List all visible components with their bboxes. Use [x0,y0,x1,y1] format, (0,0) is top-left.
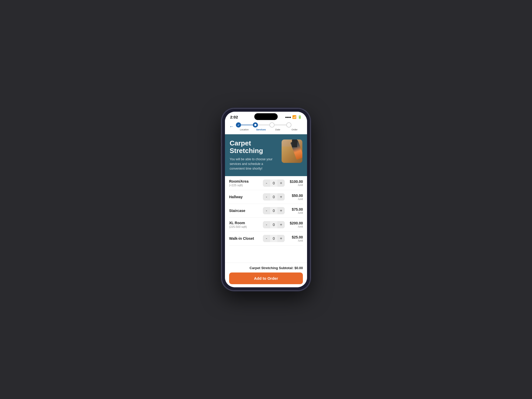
step-line-2 [258,125,270,125]
footer: Carpet Stretching Subtotal: $0.00 Add to… [225,263,307,287]
step-line-3 [275,125,286,125]
active-dot [254,124,256,126]
service-price-0: $100.00 /unit [287,179,303,187]
service-sub-3: (225-500 sqft) [229,225,260,228]
service-row: Hallway - 0 + $50.00 /unit [229,190,303,204]
add-to-order-button[interactable]: Add to Order [229,272,303,284]
qty-value-2: 0 [270,209,277,213]
service-row: Walk-in Closet - 0 + $25.00 /unit [229,232,303,245]
price-unit-4: /unit [287,239,303,242]
quantity-control-4: - 0 + [263,235,285,242]
service-price-2: $75.00 /unit [287,207,303,214]
qty-minus-2[interactable]: - [263,207,270,214]
service-row: XL Room (225-500 sqft) - 0 + $200.00 /un… [229,218,303,232]
dynamic-island [254,113,278,120]
service-name-1: Hallway [229,195,260,199]
services-list: Room/Area (<225 sqft) - 0 + $100.00 /uni… [225,176,307,263]
qty-minus-4[interactable]: - [263,235,270,242]
step-line-1 [241,125,253,125]
price-amount-2: $75.00 [287,207,303,211]
service-name-3: XL Room [229,221,260,225]
service-info-3: XL Room (225-500 sqft) [229,221,260,228]
service-name-4: Walk-in Closet [229,236,260,241]
subtotal-row: Carpet Stretching Subtotal: $0.00 [229,266,303,270]
quantity-control-1: - 0 + [263,193,285,201]
qty-plus-3[interactable]: + [277,221,285,228]
stepper-bar: ← ✓ Location [225,120,307,134]
hero-title: Carpet Stretching [230,139,279,154]
qty-plus-4[interactable]: + [277,235,285,242]
quantity-control-3: - 0 + [263,221,285,228]
price-amount-3: $200.00 [287,221,303,225]
service-info-0: Room/Area (<225 sqft) [229,179,260,187]
hero-image-inner [282,139,302,163]
service-price-3: $200.00 /unit [287,221,303,228]
battery-icon: 🔋 [298,115,302,119]
service-info-1: Hallway [229,195,260,199]
qty-value-4: 0 [270,236,277,241]
step-date: Date [269,122,286,131]
service-price-1: $50.00 /unit [287,194,303,201]
price-unit-1: /unit [287,198,303,201]
qty-minus-1[interactable]: - [263,193,270,201]
subtotal-text: Carpet Stretching Subtotal: $0.00 [250,266,303,270]
price-amount-0: $100.00 [287,179,303,184]
price-unit-2: /unit [287,211,303,214]
quantity-control-0: - 0 + [263,179,285,187]
service-row: Staircase - 0 + $75.00 /unit [229,204,303,218]
hero-description: You will be able to choose your services… [230,157,279,171]
qty-minus-0[interactable]: - [263,179,270,187]
phone-screen: 2:02 ●●●● 📶 🔋 ← ✓ Location [225,112,307,287]
service-info-2: Staircase [229,209,260,213]
service-info-4: Walk-in Closet [229,236,260,241]
qty-plus-2[interactable]: + [277,207,285,214]
quantity-control-2: - 0 + [263,207,285,214]
qty-value-3: 0 [270,223,277,227]
qty-minus-3[interactable]: - [263,221,270,228]
step-label-date: Date [275,128,280,131]
service-sub-0: (<225 sqft) [229,184,260,187]
back-button[interactable]: ← [229,124,234,129]
person-visual [292,139,297,147]
price-unit-0: /unit [287,184,303,187]
step-order: Order [286,122,303,131]
service-name-0: Room/Area [229,179,260,183]
status-time: 2:02 [230,115,238,119]
hero-text: Carpet Stretching You will be able to ch… [230,139,279,171]
wifi-icon: 📶 [292,115,296,119]
step-location: ✓ Location [236,122,253,131]
signal-icon: ●●●● [285,116,291,119]
price-amount-1: $50.00 [287,194,303,198]
service-name-2: Staircase [229,209,260,213]
qty-value-1: 0 [270,195,277,199]
step-services: Services [253,122,270,131]
step-label-order: Order [291,128,297,131]
step-label-services: Services [256,128,266,131]
step-circle-location: ✓ [236,122,241,128]
phone-frame: 2:02 ●●●● 📶 🔋 ← ✓ Location [222,109,310,290]
qty-plus-1[interactable]: + [277,193,285,201]
service-row: Room/Area (<225 sqft) - 0 + $100.00 /uni… [229,176,303,190]
service-price-4: $25.00 /unit [287,235,303,242]
check-icon: ✓ [237,124,240,127]
step-circle-order [286,122,291,128]
status-icons: ●●●● 📶 🔋 [285,115,302,119]
hero-section: Carpet Stretching You will be able to ch… [225,134,307,176]
step-circle-date [269,122,275,128]
price-unit-3: /unit [287,225,303,228]
stepper: ✓ Location Services [236,122,303,131]
price-amount-4: $25.00 [287,235,303,239]
qty-value-0: 0 [270,181,277,185]
hero-image [282,139,302,163]
step-label-location: Location [240,128,249,131]
step-circle-services [253,122,258,128]
qty-plus-0[interactable]: + [277,179,285,187]
